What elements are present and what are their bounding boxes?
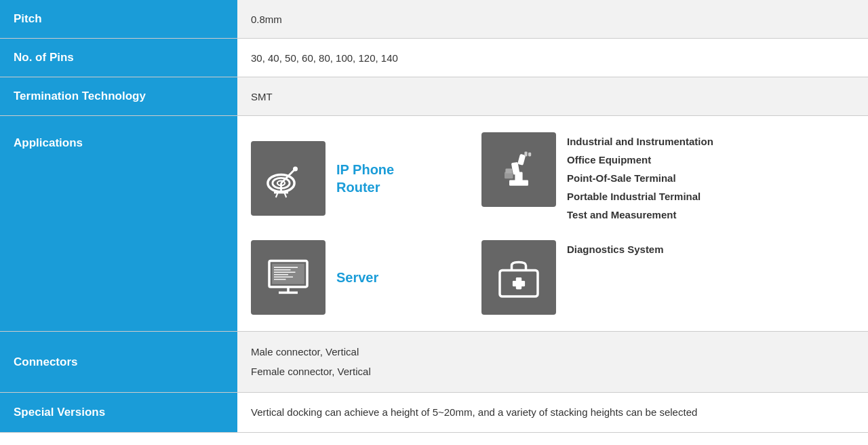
svg-rect-16 — [505, 169, 512, 174]
app-ip-phone-label: IP PhoneRouter — [336, 161, 394, 196]
svg-point-4 — [293, 166, 298, 171]
value-pitch: 0.8mm — [237, 0, 868, 38]
svg-rect-18 — [272, 264, 304, 284]
app-diagnostics-label: Diagnostics System — [567, 240, 664, 258]
svg-rect-12 — [517, 154, 526, 166]
row-connectors: Connectors Male connector, Vertical Fema… — [0, 332, 868, 393]
app-diagnostics: Diagnostics System — [481, 240, 713, 315]
medical-kit-icon — [481, 240, 556, 315]
row-special-versions: Special Versions Vertical docking can ac… — [0, 393, 868, 433]
app-industrial: Industrial and Instrumentation Office Eq… — [481, 132, 713, 224]
label-special-versions: Special Versions — [0, 393, 237, 432]
value-termination-technology: SMT — [237, 77, 868, 115]
row-pitch: Pitch 0.8mm — [0, 0, 868, 39]
app-industrial-list: Industrial and Instrumentation Office Eq… — [567, 132, 713, 224]
label-connectors: Connectors — [0, 332, 237, 392]
product-table: Pitch 0.8mm No. of Pins 30, 40, 50, 60, … — [0, 0, 868, 433]
value-connectors: Male connector, Vertical Female connecto… — [237, 332, 868, 392]
apps-grid: IP PhoneRouter — [251, 132, 713, 315]
value-applications: IP PhoneRouter — [237, 116, 868, 331]
row-applications: Applications — [0, 116, 868, 332]
connector-line-1: Male connector, Vertical — [251, 343, 359, 362]
satellite-icon — [251, 141, 326, 216]
app-server: Server — [251, 240, 454, 315]
label-no-of-pins: No. of Pins — [0, 39, 237, 77]
app-ip-phone: IP PhoneRouter — [251, 132, 454, 224]
row-termination-technology: Termination Technology SMT — [0, 77, 868, 116]
row-no-of-pins: No. of Pins 30, 40, 50, 60, 80, 100, 120… — [0, 39, 868, 77]
app-server-label: Server — [336, 269, 378, 286]
svg-rect-14 — [528, 153, 531, 157]
label-applications: Applications — [0, 116, 237, 331]
connector-line-2: Female connector, Vertical — [251, 362, 371, 382]
robot-arm-icon — [481, 132, 556, 207]
monitor-icon — [251, 240, 326, 315]
label-pitch: Pitch — [0, 0, 237, 38]
value-no-of-pins: 30, 40, 50, 60, 80, 100, 120, 140 — [237, 39, 868, 77]
svg-rect-13 — [524, 151, 527, 156]
value-special-versions: Vertical docking can achieve a height of… — [237, 393, 868, 432]
label-termination-technology: Termination Technology — [0, 77, 237, 115]
svg-rect-29 — [513, 281, 525, 286]
